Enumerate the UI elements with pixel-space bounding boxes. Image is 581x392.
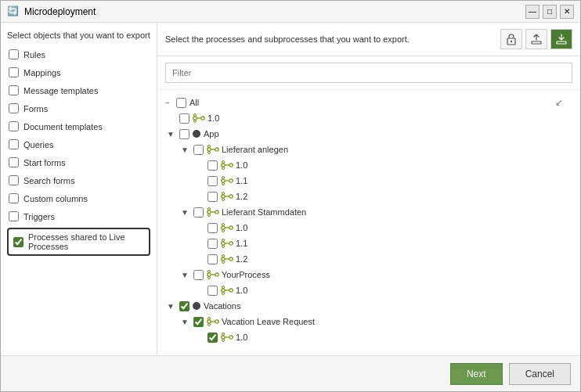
tree-area: − All ↙ 1.0▼App▼Lieferant anlegen1.01.11…: [157, 90, 580, 355]
tree-toggle[interactable]: ▼: [179, 316, 190, 327]
checkbox-queries[interactable]: [9, 139, 19, 149]
left-item-mappings: Mappings: [7, 66, 150, 79]
left-item-start_forms: Start forms: [7, 156, 150, 169]
svg-point-67: [208, 273, 211, 276]
tree-checkbox[interactable]: [179, 301, 189, 311]
cancel-button[interactable]: Cancel: [509, 363, 571, 385]
tree-row-all: − All ↙: [161, 95, 577, 110]
tree-version-checkbox[interactable]: [208, 239, 218, 249]
label-triggers: Triggers: [23, 212, 55, 221]
tree-checkbox[interactable]: [193, 317, 204, 327]
tree-row: 1.0: [161, 329, 577, 345]
close-button[interactable]: ✕: [560, 5, 574, 19]
tree-row: 1.0: [161, 157, 577, 173]
tree-version-checkbox[interactable]: [208, 286, 218, 296]
tree-checkbox[interactable]: [193, 145, 204, 155]
svg-point-89: [229, 336, 233, 339]
all-toggle[interactable]: −: [162, 97, 173, 108]
svg-point-23: [222, 167, 225, 170]
svg-point-16: [208, 152, 211, 154]
tree-version-checkbox[interactable]: [208, 176, 218, 186]
process-icon: [207, 207, 219, 217]
svg-point-11: [208, 148, 211, 151]
minimize-button[interactable]: —: [525, 5, 540, 19]
svg-point-68: [215, 273, 218, 276]
svg-point-77: [222, 286, 225, 289]
tree-version-checkbox[interactable]: [179, 113, 189, 124]
dot-icon: [193, 302, 200, 310]
tree-label: Vacations: [204, 301, 241, 311]
svg-point-70: [208, 271, 211, 273]
left-item-processes_shared: Processes shared to Live Processes: [7, 228, 150, 256]
upload-button[interactable]: [525, 29, 547, 49]
dialog-window: 🔄 Microdeployment — □ ✕ Select objects t…: [0, 0, 581, 392]
svg-point-81: [208, 320, 211, 323]
tree-version-label: 1.2: [236, 192, 247, 201]
svg-point-1: [511, 41, 512, 42]
process-icon: [207, 145, 219, 154]
left-item-forms: Forms: [7, 102, 150, 115]
next-button[interactable]: Next: [450, 363, 503, 385]
tree-toggle[interactable]: ▼: [179, 269, 190, 280]
tree-row: 1.2: [161, 189, 577, 204]
tree-version-checkbox[interactable]: [208, 254, 218, 264]
tree-label: Vacation Leave Request: [222, 317, 315, 326]
label-mappings: Mappings: [23, 68, 61, 77]
tree-checkbox[interactable]: [193, 270, 204, 280]
tree-version-label: 1.2: [236, 254, 247, 264]
version-process-icon: [221, 223, 233, 232]
tree-checkbox[interactable]: [193, 207, 204, 218]
tree-toggle[interactable]: ▼: [165, 128, 176, 139]
collapse-all-icon[interactable]: ↙: [555, 97, 563, 108]
checkbox-triggers[interactable]: [9, 211, 19, 221]
download-button[interactable]: [550, 29, 572, 49]
all-checkbox[interactable]: [176, 98, 186, 108]
svg-point-60: [222, 257, 225, 261]
tree-toggle[interactable]: ▼: [179, 207, 190, 218]
tree-row: ▼Vacation Leave Request: [161, 314, 577, 329]
tree-version-checkbox[interactable]: [208, 192, 218, 202]
tree-version-checkbox[interactable]: [208, 333, 218, 343]
checkbox-document_templates[interactable]: [9, 121, 19, 131]
label-search_forms: Search forms: [23, 176, 74, 185]
checkbox-rules[interactable]: [9, 49, 19, 59]
tree-checkbox[interactable]: [179, 129, 189, 139]
version-process-icon: [221, 333, 233, 342]
lock-button[interactable]: [500, 29, 522, 49]
svg-point-26: [229, 179, 233, 182]
label-queries: Queries: [23, 140, 54, 149]
svg-point-88: [222, 336, 225, 339]
tree-row: 1.1: [161, 173, 577, 189]
tree-label: Lieferant anlegen: [222, 145, 288, 154]
checkbox-forms[interactable]: [9, 103, 19, 113]
checkbox-search_forms[interactable]: [9, 175, 19, 185]
tree-row: 1.0: [161, 220, 577, 236]
title-bar: 🔄 Microdeployment — □ ✕: [1, 1, 580, 23]
tree-toggle[interactable]: ▼: [165, 300, 176, 311]
tree-toggle[interactable]: ▼: [179, 144, 190, 155]
svg-point-47: [229, 226, 233, 229]
tree-version-checkbox[interactable]: [208, 160, 218, 171]
filter-input[interactable]: [165, 63, 572, 83]
svg-point-14: [208, 146, 211, 148]
checkbox-processes_shared[interactable]: [13, 237, 23, 247]
left-item-queries: Queries: [7, 138, 150, 151]
window-controls: — □ ✕: [525, 5, 574, 19]
svg-point-51: [222, 230, 225, 232]
tree-version-label: 1.1: [236, 239, 247, 248]
tree-row: ▼YourProcess: [161, 267, 577, 282]
all-label: All: [189, 98, 199, 107]
tree-version-checkbox[interactable]: [208, 223, 218, 233]
process-icon: [207, 317, 219, 326]
checkbox-custom_columns[interactable]: [9, 193, 19, 203]
maximize-button[interactable]: □: [543, 5, 557, 19]
tree-version-label: 1.0: [236, 333, 247, 342]
app-icon: 🔄: [7, 5, 20, 18]
tree-items-container: 1.0▼App▼Lieferant anlegen1.01.11.2▼Liefe…: [161, 110, 577, 345]
svg-point-46: [222, 226, 225, 229]
checkbox-message_templates[interactable]: [9, 85, 19, 95]
version-process-icon: [221, 254, 233, 264]
checkbox-mappings[interactable]: [9, 67, 19, 77]
checkbox-start_forms[interactable]: [9, 157, 19, 167]
tree-row: ▼Vacations: [161, 298, 577, 314]
